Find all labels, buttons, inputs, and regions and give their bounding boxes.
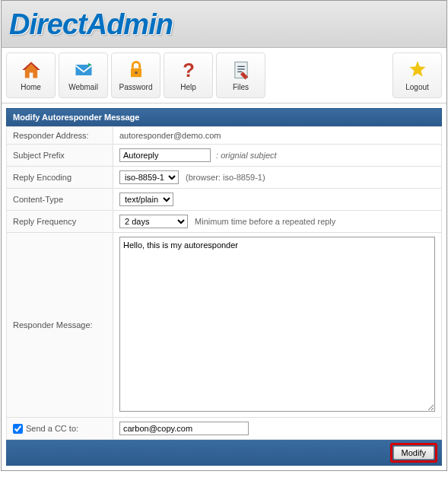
- content-area: Modify Autoresponder Message Responder A…: [2, 103, 446, 470]
- webmail-icon: [73, 59, 94, 81]
- home-label: Home: [21, 83, 41, 91]
- content-type-select[interactable]: text/plain: [119, 193, 173, 206]
- password-button[interactable]: Password: [111, 53, 160, 98]
- webmail-label: Webmail: [68, 83, 98, 91]
- reply-encoding-select[interactable]: iso-8859-1: [119, 170, 179, 184]
- files-button[interactable]: Files: [216, 53, 265, 98]
- row-responder-message: Responder Message: Hello, this is my aut…: [7, 233, 442, 418]
- files-label: Files: [233, 83, 249, 91]
- reply-frequency-select[interactable]: 2 days: [119, 215, 188, 228]
- content-type-label: Content-Type: [7, 189, 113, 211]
- row-responder-address: Responder Address: autoresponder@demo.co…: [7, 127, 442, 145]
- help-label: Help: [180, 83, 196, 91]
- form-table: Responder Address: autoresponder@demo.co…: [6, 126, 442, 440]
- modify-button[interactable]: Modify: [393, 446, 434, 460]
- help-button[interactable]: ? Help: [164, 53, 213, 98]
- help-icon: ?: [178, 59, 199, 81]
- panel-title: Modify Autoresponder Message: [6, 108, 442, 126]
- webmail-button[interactable]: Webmail: [59, 53, 108, 98]
- svg-text:?: ?: [183, 59, 195, 81]
- row-content-type: Content-Type text/plain: [7, 189, 442, 211]
- reply-frequency-hint: Minimum time before a repeated reply: [195, 217, 335, 226]
- reply-encoding-label: Reply Encoding: [7, 167, 113, 189]
- logo: DirectAdmin: [9, 8, 439, 41]
- svg-point-1: [135, 72, 138, 75]
- home-icon: [21, 59, 42, 81]
- modify-highlight: Modify: [390, 443, 437, 463]
- row-send-cc: Send a CC to:: [7, 418, 442, 440]
- footer-bar: Modify: [6, 440, 442, 466]
- logout-label: Logout: [405, 83, 429, 91]
- reply-encoding-hint: (browser: iso-8859-1): [186, 173, 265, 182]
- row-reply-encoding: Reply Encoding iso-8859-1 (browser: iso-…: [7, 167, 442, 189]
- home-button[interactable]: Home: [6, 53, 56, 98]
- responder-message-textarea[interactable]: Hello, this is my autoresponder: [119, 237, 435, 412]
- subject-prefix-suffix: : orignial subject: [216, 151, 277, 160]
- responder-address-value: autoresponder@demo.com: [113, 127, 442, 145]
- files-icon: [230, 59, 252, 81]
- password-label: Password: [119, 83, 153, 91]
- send-cc-checkbox[interactable]: [13, 424, 23, 434]
- subject-prefix-input[interactable]: [119, 148, 211, 162]
- row-reply-frequency: Reply Frequency 2 days Minimum time befo…: [7, 211, 442, 233]
- logout-icon: [407, 59, 428, 81]
- header: DirectAdmin: [2, 1, 446, 48]
- toolbar: Home Webmail Password ? Help Files Logou…: [2, 48, 446, 103]
- subject-prefix-label: Subject Prefix: [7, 145, 113, 167]
- password-icon: [126, 59, 147, 81]
- logout-button[interactable]: Logout: [392, 53, 442, 98]
- responder-address-label: Responder Address:: [7, 127, 113, 145]
- send-cc-label: Send a CC to:: [26, 424, 78, 433]
- toolbar-spacer: [267, 51, 391, 100]
- row-subject-prefix: Subject Prefix : orignial subject: [7, 145, 442, 167]
- responder-message-label: Responder Message:: [7, 233, 113, 418]
- reply-frequency-label: Reply Frequency: [7, 211, 113, 233]
- app-container: DirectAdmin Home Webmail Password ? Help…: [1, 0, 447, 471]
- send-cc-input[interactable]: [119, 422, 249, 435]
